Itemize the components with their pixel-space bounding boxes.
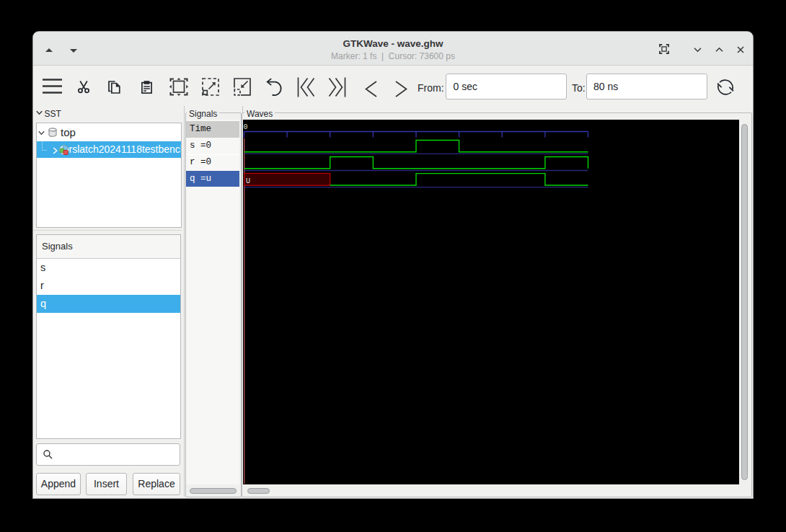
svg-text:0: 0 [243, 123, 247, 131]
svg-text:U: U [246, 177, 250, 185]
